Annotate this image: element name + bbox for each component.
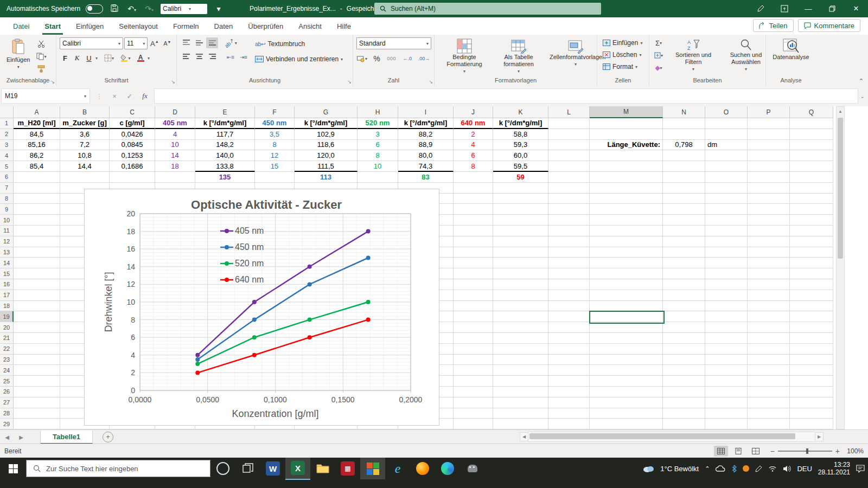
row-header-2[interactable]: 2 bbox=[0, 129, 14, 140]
cell-J18[interactable] bbox=[454, 301, 493, 312]
cell-E5[interactable]: 133,8 bbox=[195, 161, 255, 172]
cell-P3[interactable] bbox=[748, 140, 790, 151]
cell-L23[interactable] bbox=[548, 355, 590, 365]
insert-function-icon[interactable]: fx bbox=[138, 89, 152, 102]
cell-O4[interactable] bbox=[705, 150, 748, 161]
cell-L20[interactable] bbox=[548, 322, 590, 333]
vertical-scrollbar[interactable]: ▲ bbox=[836, 106, 845, 429]
cell-K23[interactable] bbox=[493, 355, 548, 365]
cell-J10[interactable] bbox=[454, 215, 493, 226]
cell-A24[interactable] bbox=[14, 365, 60, 376]
cell-J14[interactable] bbox=[454, 258, 493, 268]
row-header-22[interactable]: 22 bbox=[0, 344, 14, 355]
cell-Q2[interactable] bbox=[790, 129, 833, 140]
cell-P10[interactable] bbox=[748, 215, 790, 226]
column-header-N[interactable]: N bbox=[663, 106, 705, 118]
zoom-slider[interactable] bbox=[778, 451, 832, 452]
normal-view-icon[interactable] bbox=[714, 446, 728, 457]
data-analysis-button[interactable]: Datenanalyse bbox=[769, 37, 812, 76]
taskbar-search-box[interactable]: Zur Suche Text hier eingeben bbox=[26, 460, 210, 477]
formula-input[interactable] bbox=[154, 88, 858, 104]
clipboard-dialog-launcher[interactable]: ↘ bbox=[50, 79, 55, 85]
cell-N13[interactable] bbox=[663, 247, 705, 258]
cell-O9[interactable] bbox=[705, 204, 748, 215]
page-break-view-icon[interactable] bbox=[749, 446, 763, 457]
cell-O23[interactable] bbox=[705, 355, 748, 365]
format-painter-icon[interactable] bbox=[35, 63, 47, 74]
comma-style-icon[interactable]: 000 bbox=[386, 53, 397, 64]
cell-J26[interactable] bbox=[454, 387, 493, 397]
cell-C4[interactable]: 0,1253 bbox=[110, 150, 155, 161]
column-header-H[interactable]: H bbox=[358, 106, 398, 118]
cell-E6[interactable]: 135 bbox=[195, 172, 255, 183]
row-header-16[interactable]: 16 bbox=[0, 279, 14, 290]
row-header-8[interactable]: 8 bbox=[0, 194, 14, 204]
row-header-14[interactable]: 14 bbox=[0, 258, 14, 268]
cell-P1[interactable] bbox=[748, 118, 790, 129]
media-app-icon[interactable]: ▦ bbox=[335, 458, 360, 479]
cell-J21[interactable] bbox=[454, 333, 493, 344]
row-header-20[interactable]: 20 bbox=[0, 322, 14, 333]
scroll-right-icon[interactable]: ▶ bbox=[815, 432, 824, 441]
cell-Q17[interactable] bbox=[790, 290, 833, 301]
cell-O3[interactable]: dm bbox=[705, 140, 748, 151]
ribbon-tab-seitenlayout[interactable]: Seitenlayout bbox=[111, 17, 165, 35]
cell-N23[interactable] bbox=[663, 355, 705, 365]
cell-N2[interactable] bbox=[663, 129, 705, 140]
cell-P16[interactable] bbox=[748, 279, 790, 290]
cell-L29[interactable] bbox=[548, 419, 590, 429]
cell-K6[interactable]: 59 bbox=[493, 172, 548, 183]
orientation-icon[interactable]: ab↗▾ bbox=[225, 37, 237, 48]
cell-J11[interactable] bbox=[454, 226, 493, 236]
ribbon-tab-überprüfen[interactable]: Überprüfen bbox=[240, 17, 291, 35]
cell-J2[interactable]: 2 bbox=[454, 129, 493, 140]
cell-L18[interactable] bbox=[548, 301, 590, 312]
row-header-3[interactable]: 3 bbox=[0, 140, 14, 151]
zoom-in-icon[interactable]: + bbox=[835, 447, 840, 455]
cell-G2[interactable]: 102,9 bbox=[295, 129, 358, 140]
cell-J24[interactable] bbox=[454, 365, 493, 376]
cell-N8[interactable] bbox=[663, 194, 705, 204]
cell-J20[interactable] bbox=[454, 322, 493, 333]
qat-font-select[interactable]: Calibri▾ bbox=[161, 4, 207, 14]
cell-K20[interactable] bbox=[493, 322, 548, 333]
merge-center-button[interactable]: Verbinden und zentrieren ▾ bbox=[255, 54, 343, 65]
cell-A29[interactable] bbox=[14, 419, 60, 429]
cell-Q20[interactable] bbox=[790, 322, 833, 333]
cell-Q5[interactable] bbox=[790, 161, 833, 172]
cell-Q15[interactable] bbox=[790, 268, 833, 279]
cell-O25[interactable] bbox=[705, 376, 748, 387]
cell-A5[interactable]: 85,4 bbox=[14, 161, 60, 172]
embedded-chart[interactable]: 0,00000,05000,10000,15000,20000246810121… bbox=[84, 189, 439, 426]
autosum-icon[interactable]: Σ▾ bbox=[653, 37, 665, 48]
cell-H1[interactable]: 520 nm bbox=[358, 118, 398, 129]
cell-A6[interactable] bbox=[14, 172, 60, 183]
cell-K25[interactable] bbox=[493, 376, 548, 387]
scroll-up-icon[interactable]: ▲ bbox=[837, 107, 844, 115]
cell-P28[interactable] bbox=[748, 408, 790, 419]
copy-icon[interactable]: ▾ bbox=[35, 51, 47, 62]
cell-P19[interactable] bbox=[748, 311, 790, 322]
cell-J4[interactable]: 6 bbox=[454, 150, 493, 161]
expand-formula-bar-icon[interactable]: ⌄ bbox=[860, 93, 865, 99]
cell-J8[interactable] bbox=[454, 194, 493, 204]
cell-H5[interactable]: 10 bbox=[358, 161, 398, 172]
cell-P13[interactable] bbox=[748, 247, 790, 258]
excel-icon[interactable]: X bbox=[285, 457, 310, 480]
active-app-icon[interactable] bbox=[360, 458, 385, 479]
font-name-select[interactable]: Calibri▾ bbox=[60, 37, 123, 49]
row-header-4[interactable]: 4 bbox=[0, 150, 14, 161]
cell-A23[interactable] bbox=[14, 355, 60, 365]
percent-style-icon[interactable]: % bbox=[371, 53, 382, 64]
cell-N4[interactable] bbox=[663, 150, 705, 161]
cell-M15[interactable] bbox=[590, 268, 663, 279]
cell-O5[interactable] bbox=[705, 161, 748, 172]
pen-settings-icon[interactable] bbox=[755, 465, 762, 472]
column-header-G[interactable]: G bbox=[295, 106, 358, 118]
row-header-18[interactable]: 18 bbox=[0, 301, 14, 312]
cell-A13[interactable] bbox=[14, 247, 60, 258]
cell-P12[interactable] bbox=[748, 236, 790, 247]
cell-P4[interactable] bbox=[748, 150, 790, 161]
cell-O29[interactable] bbox=[705, 419, 748, 429]
cell-N1[interactable] bbox=[663, 118, 705, 129]
